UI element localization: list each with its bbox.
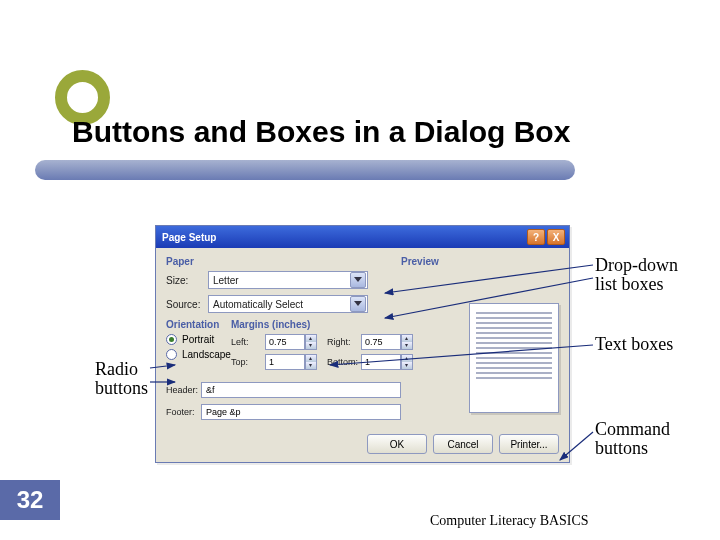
portrait-radio-row[interactable]: Portrait <box>166 334 231 345</box>
header-input[interactable]: &f <box>201 382 401 398</box>
source-dropdown-button[interactable] <box>350 296 366 312</box>
orientation-section-label: Orientation <box>166 319 231 330</box>
landscape-radio[interactable] <box>166 349 177 360</box>
close-button[interactable]: X <box>547 229 565 245</box>
footer-input[interactable]: Page &p <box>201 404 401 420</box>
callout-radio-text: Radiobuttons <box>95 359 148 398</box>
left-margin-input[interactable]: 0.75 <box>265 334 305 350</box>
chevron-down-icon <box>354 277 362 283</box>
slide-footer: Computer Literacy BASICS <box>430 513 589 529</box>
landscape-label: Landscape <box>182 349 231 360</box>
source-label: Source: <box>166 299 208 310</box>
cancel-button[interactable]: Cancel <box>433 434 493 454</box>
callout-command: Commandbuttons <box>595 420 670 458</box>
svg-marker-1 <box>354 301 362 306</box>
size-label: Size: <box>166 275 208 286</box>
ok-button[interactable]: OK <box>367 434 427 454</box>
chevron-down-icon <box>354 301 362 307</box>
bottom-margin-input[interactable]: 1 <box>361 354 401 370</box>
callout-dropdown-text: Drop-downlist boxes <box>595 255 678 294</box>
bottom-margin-label: Bottom: <box>327 357 361 367</box>
dialog-titlebar[interactable]: Page Setup ? X <box>156 226 569 248</box>
preview-pane <box>469 303 559 413</box>
printer-button[interactable]: Printer... <box>499 434 559 454</box>
footer-label: Footer: <box>166 407 201 417</box>
callout-textboxes: Text boxes <box>595 335 673 354</box>
top-margin-spinner[interactable]: ▴▾ <box>305 354 317 370</box>
size-value: Letter <box>213 275 239 286</box>
paper-section-label: Paper <box>166 256 401 267</box>
left-margin-label: Left: <box>231 337 265 347</box>
callout-dropdown: Drop-downlist boxes <box>595 256 678 294</box>
page-number: 32 <box>0 480 60 520</box>
slide-title: Buttons and Boxes in a Dialog Box <box>72 115 570 149</box>
margins-section-label: Margins (inches) <box>231 319 423 330</box>
size-dropdown[interactable]: Letter <box>208 271 368 289</box>
portrait-label: Portrait <box>182 334 214 345</box>
header-label: Header: <box>166 385 201 395</box>
size-dropdown-button[interactable] <box>350 272 366 288</box>
right-margin-label: Right: <box>327 337 361 347</box>
callout-command-text: Commandbuttons <box>595 419 670 458</box>
top-margin-label: Top: <box>231 357 265 367</box>
top-margin-input[interactable]: 1 <box>265 354 305 370</box>
callout-radio: Radiobuttons <box>95 360 148 398</box>
left-margin-spinner[interactable]: ▴▾ <box>305 334 317 350</box>
landscape-radio-row[interactable]: Landscape <box>166 349 231 360</box>
portrait-radio[interactable] <box>166 334 177 345</box>
page-setup-dialog: Page Setup ? X Paper Size: Letter Source… <box>155 225 570 463</box>
source-value: Automatically Select <box>213 299 303 310</box>
help-button[interactable]: ? <box>527 229 545 245</box>
source-dropdown[interactable]: Automatically Select <box>208 295 368 313</box>
svg-marker-0 <box>354 277 362 282</box>
accent-bar <box>35 160 575 180</box>
dialog-title: Page Setup <box>160 232 525 243</box>
right-margin-input[interactable]: 0.75 <box>361 334 401 350</box>
preview-section-label: Preview <box>401 256 559 267</box>
